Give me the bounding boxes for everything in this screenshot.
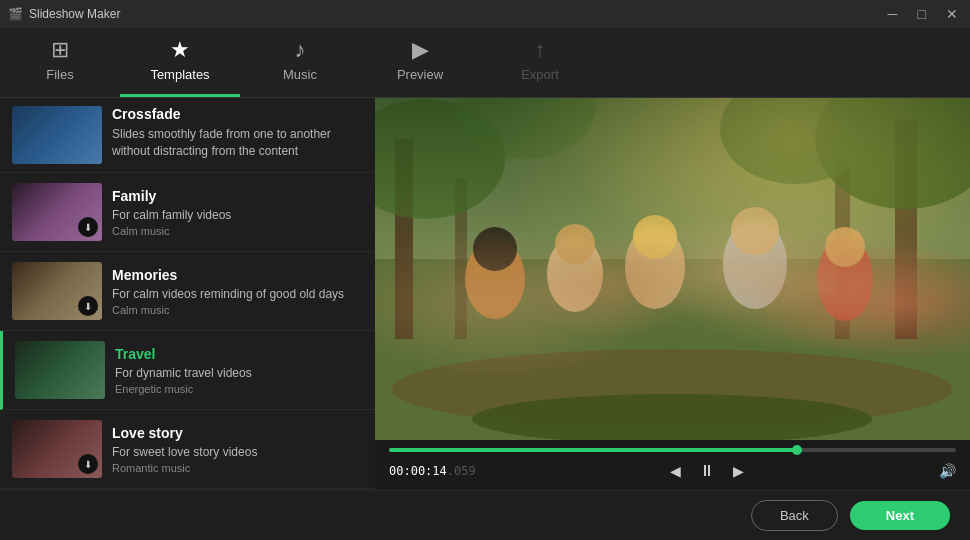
family-title: Family: [112, 188, 363, 204]
template-sidebar[interactable]: Crossfade Slides smoothly fade from one …: [0, 98, 375, 490]
love-desc: For sweet love story videos: [112, 445, 363, 459]
files-icon: ⊞: [51, 37, 69, 63]
bottom-bar: Back Next: [0, 490, 970, 540]
love-thumb-icon: ⬇: [78, 454, 98, 474]
love-music: Romantic music: [112, 462, 363, 474]
export-icon: ↑: [535, 37, 546, 63]
decimal-time: .059: [447, 464, 476, 478]
nav-files-label: Files: [46, 67, 73, 82]
nav-templates[interactable]: ★ Templates: [120, 28, 240, 97]
music-icon: ♪: [295, 37, 306, 63]
family-info: Family For calm family videos Calm music: [112, 188, 363, 237]
travel-info: Travel For dynamic travel videos Energet…: [115, 346, 363, 395]
template-item-birthday[interactable]: ⬇ Birthday For birthday party videos Upb…: [0, 489, 375, 490]
memories-info: Memories For calm videos reminding of go…: [112, 267, 363, 316]
template-item-crossfade[interactable]: Crossfade Slides smoothly fade from one …: [0, 98, 375, 173]
prev-frame-button[interactable]: ◀: [666, 461, 685, 481]
nav-music-label: Music: [283, 67, 317, 82]
next-button[interactable]: Next: [850, 501, 950, 530]
window-controls[interactable]: ─ □ ✕: [884, 6, 962, 22]
preview-area: 00:00:14.059 ◀ ⏸ ▶ 🔊: [375, 98, 970, 490]
family-music: Calm music: [112, 225, 363, 237]
app-icon: 🎬: [8, 7, 23, 21]
maximize-button[interactable]: □: [914, 6, 930, 22]
player-controls: 00:00:14.059 ◀ ⏸ ▶ 🔊: [375, 440, 970, 490]
nav-music[interactable]: ♪ Music: [240, 28, 360, 97]
video-background: [375, 98, 970, 440]
progress-knob[interactable]: [792, 445, 802, 455]
family-thumb-icon: ⬇: [78, 217, 98, 237]
main-time: 00:00:14: [389, 464, 447, 478]
template-thumb-love: ⬇: [12, 420, 102, 478]
travel-music: Energetic music: [115, 383, 363, 395]
time-display: 00:00:14.059: [389, 464, 476, 478]
template-item-travel[interactable]: Travel For dynamic travel videos Energet…: [0, 331, 375, 410]
crossfade-info: Crossfade Slides smoothly fade from one …: [112, 106, 363, 160]
next-frame-button[interactable]: ▶: [729, 461, 748, 481]
nav-templates-label: Templates: [150, 67, 209, 82]
preview-icon: ▶: [412, 37, 429, 63]
close-button[interactable]: ✕: [942, 6, 962, 22]
nav-preview[interactable]: ▶ Preview: [360, 28, 480, 97]
title-bar: 🎬 Slideshow Maker ─ □ ✕: [0, 0, 970, 28]
template-thumb-memories: ⬇: [12, 262, 102, 320]
nav-preview-label: Preview: [397, 67, 443, 82]
crossfade-desc: Slides smoothly fade from one to another…: [112, 126, 363, 160]
progress-bar[interactable]: [389, 448, 956, 452]
people-overlay: [375, 98, 970, 440]
template-thumb-family: ⬇: [12, 183, 102, 241]
love-info: Love story For sweet love story videos R…: [112, 425, 363, 474]
pause-button[interactable]: ⏸: [695, 460, 719, 482]
main-content: Crossfade Slides smoothly fade from one …: [0, 98, 970, 490]
template-thumb-travel: [15, 341, 105, 399]
nav-files[interactable]: ⊞ Files: [0, 28, 120, 97]
app-title-area: 🎬 Slideshow Maker: [8, 7, 120, 21]
back-button[interactable]: Back: [751, 500, 838, 531]
templates-icon: ★: [170, 37, 190, 63]
controls-row: 00:00:14.059 ◀ ⏸ ▶ 🔊: [389, 460, 956, 482]
travel-title: Travel: [115, 346, 363, 362]
love-title: Love story: [112, 425, 363, 441]
memories-music: Calm music: [112, 304, 363, 316]
template-thumb-crossfade: [12, 106, 102, 164]
nav-export-label: Export: [521, 67, 559, 82]
memories-title: Memories: [112, 267, 363, 283]
memories-desc: For calm videos reminding of good old da…: [112, 287, 363, 301]
app-title: Slideshow Maker: [29, 7, 120, 21]
family-desc: For calm family videos: [112, 208, 363, 222]
minimize-button[interactable]: ─: [884, 6, 902, 22]
progress-fill: [389, 448, 797, 452]
template-item-love-story[interactable]: ⬇ Love story For sweet love story videos…: [0, 410, 375, 489]
nav-export: ↑ Export: [480, 28, 600, 97]
travel-desc: For dynamic travel videos: [115, 366, 363, 380]
video-preview: [375, 98, 970, 440]
volume-icon[interactable]: 🔊: [939, 463, 956, 479]
memories-thumb-icon: ⬇: [78, 296, 98, 316]
crossfade-title: Crossfade: [112, 106, 363, 122]
top-navigation: ⊞ Files ★ Templates ♪ Music ▶ Preview ↑ …: [0, 28, 970, 98]
template-item-memories[interactable]: ⬇ Memories For calm videos reminding of …: [0, 252, 375, 331]
template-item-family[interactable]: ⬇ Family For calm family videos Calm mus…: [0, 173, 375, 252]
